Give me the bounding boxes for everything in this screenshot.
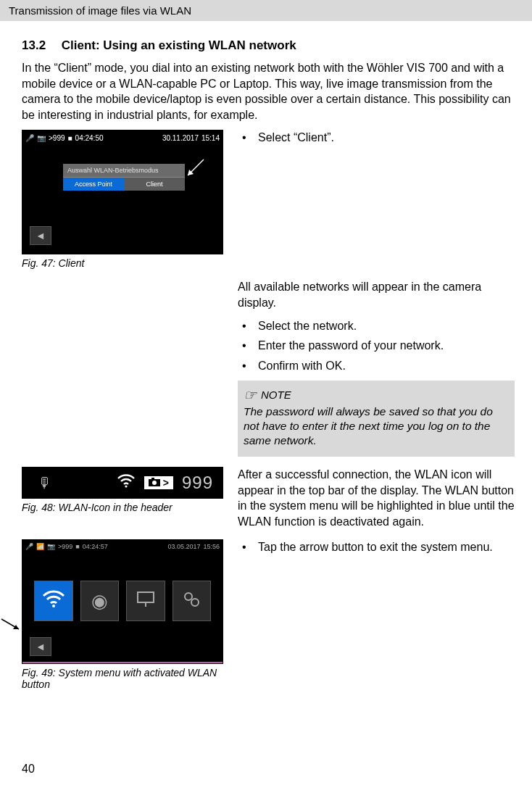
svg-point-2: [125, 485, 127, 487]
svg-point-8: [52, 605, 55, 607]
gear-icon: [180, 589, 202, 614]
note-heading: ☞ NOTE: [244, 388, 509, 402]
decorative-border: [22, 662, 223, 663]
fig49-rec: 04:24:57: [83, 543, 108, 550]
camera-icon: 📷: [47, 543, 55, 550]
fig47-time: 15:14: [201, 134, 220, 142]
back-button[interactable]: ◄: [30, 226, 51, 245]
bullet-confirm-ok: Confirm with OK.: [238, 358, 515, 374]
callout-arrow-icon: [185, 158, 205, 181]
fig47-count: >999: [49, 134, 65, 142]
svg-rect-5: [151, 478, 154, 480]
fig47-column: 🎤 📷 >999 ■ 04:24:50 30.11.2017 15:14 Aus…: [22, 130, 225, 269]
pointing-hand-icon: ☞: [244, 388, 257, 402]
section-heading: 13.2 Client: Using an existing WLAN netw…: [22, 38, 515, 53]
row-fig48: 🎙 > 999 Fig. 4: [22, 467, 515, 529]
microphone-icon: 🎙: [38, 475, 52, 491]
display-menu-button[interactable]: [126, 581, 165, 621]
fig49-topbar: 🎤 📶 📷 >999 ■ 04:24:57 03.05.2017 15:56: [22, 540, 223, 553]
page-number: 40: [22, 763, 35, 776]
option-access-point[interactable]: Access Point: [63, 178, 124, 191]
gt-symbol: >: [163, 477, 169, 489]
fig49-caption: Fig. 49: System menu with activated WLAN…: [22, 667, 225, 690]
brightness-icon: [135, 589, 157, 613]
svg-point-4: [152, 481, 157, 485]
fig47-rec: 04:24:50: [75, 134, 104, 142]
fig49-date: 03.05.2017: [167, 543, 200, 550]
fig47-caption: Fig. 47: Client: [22, 257, 225, 269]
fig48-header-strip: 🎙 > 999: [22, 467, 223, 499]
back-button[interactable]: ◄: [30, 637, 51, 656]
fig48-column: 🎙 > 999 Fig. 4: [22, 467, 225, 529]
fig49-count: >999: [58, 543, 72, 550]
fig47-screenshot: 🎤 📷 >999 ■ 04:24:50 30.11.2017 15:14 Aus…: [22, 130, 223, 254]
back-arrow-icon: ◄: [36, 230, 46, 241]
back-arrow-icon: ◄: [36, 641, 46, 652]
fig47-topbar: 🎤 📷 >999 ■ 04:24:50 30.11.2017 15:14: [22, 130, 223, 145]
svg-rect-9: [138, 592, 154, 602]
fig49-screenshot: 🎤 📶 📷 >999 ■ 04:24:57 03.05.2017 15:56: [22, 539, 223, 664]
row-fig47: 🎤 📷 >999 ■ 04:24:50 30.11.2017 15:14 Aus…: [22, 130, 515, 269]
mic-icon: 🎤: [25, 134, 34, 142]
image-count: 999: [182, 473, 213, 493]
settings-menu-button[interactable]: [173, 581, 212, 621]
record-icon: ◉: [91, 590, 108, 613]
note-label: NOTE: [261, 388, 291, 402]
camera-badge: >: [144, 476, 173, 489]
intro-paragraph: In the “Client” mode, you dial into an e…: [22, 60, 515, 123]
camera-icon: [149, 477, 160, 489]
wlan-menu-button[interactable]: [34, 581, 73, 621]
option-client[interactable]: Client: [124, 178, 185, 191]
wifi-icon: [117, 473, 136, 493]
note-body: The password will always be saved so tha…: [244, 404, 509, 448]
bullet-select-network: Select the network.: [238, 318, 515, 334]
external-arrow-icon: [0, 618, 22, 636]
wlan-success-paragraph: After a successful connection, the WLAN …: [238, 467, 515, 529]
bullet-tap-arrow: Tap the arrow button to exit the system …: [238, 539, 515, 555]
fig47-date: 30.11.2017: [162, 134, 199, 142]
page-content: 13.2 Client: Using an existing WLAN netw…: [0, 21, 532, 690]
bullet-select-client: Select “Client”.: [238, 130, 515, 146]
networks-intro: All available networks will appear in th…: [238, 279, 515, 310]
system-menu-row: ◉: [34, 581, 211, 621]
fig49-column: 🎤 📶 📷 >999 ■ 04:24:57 03.05.2017 15:56: [22, 539, 225, 690]
svg-point-12: [191, 599, 199, 606]
record-menu-button[interactable]: ◉: [80, 581, 120, 621]
section-title: Client: Using an existing WLAN network: [62, 38, 296, 52]
running-header: Transmission of image files via WLAN: [0, 0, 532, 21]
camera-icon: 📷: [37, 134, 46, 142]
fig48-caption: Fig. 48: WLAN-Icon in the header: [22, 502, 225, 513]
modal-title: Auswahl WLAN-Betriebsmodus: [63, 164, 185, 178]
row-fig49: 🎤 📶 📷 >999 ■ 04:24:57 03.05.2017 15:56: [22, 539, 515, 690]
wifi-icon: [41, 589, 66, 614]
rec-icon: ■: [75, 543, 79, 550]
section-number: 13.2: [22, 38, 58, 53]
svg-point-11: [185, 593, 192, 600]
svg-marker-7: [13, 625, 19, 629]
mic-icon: 🎤: [25, 543, 33, 550]
bullet-enter-password: Enter the password of your network.: [238, 338, 515, 354]
row-steps: All available networks will appear in th…: [22, 279, 515, 457]
rec-icon: ■: [68, 134, 72, 142]
note-box: ☞ NOTE The password will always be saved…: [238, 381, 515, 457]
wifi-small-icon: 📶: [36, 543, 44, 550]
fig49-time: 15:56: [203, 543, 220, 550]
wlan-mode-modal: Auswahl WLAN-Betriebsmodus Access Point …: [63, 164, 185, 191]
